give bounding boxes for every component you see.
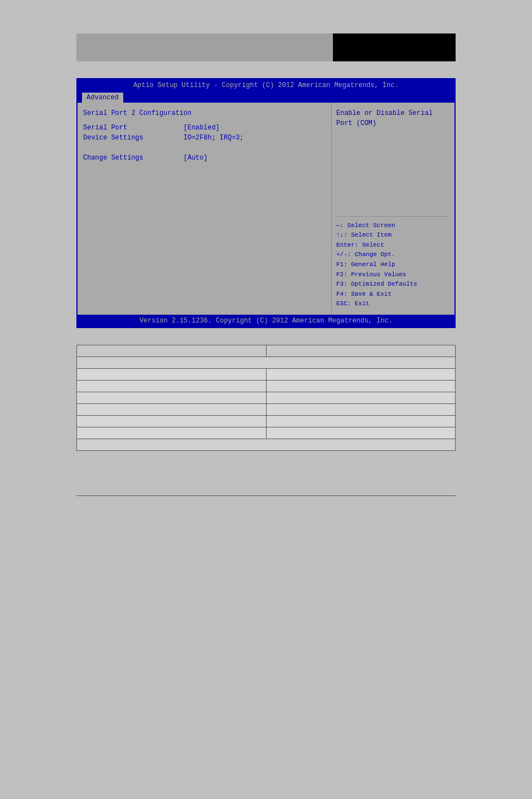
key-f4: F4: Save & Exit — [336, 290, 450, 300]
bios-row-change-settings: Change Settings [Auto] — [83, 154, 326, 162]
top-header — [76, 33, 456, 61]
label-serial-port: Serial Port — [83, 124, 183, 132]
bios-footer: Version 2.15.1236. Copyright (C) 2012 Am… — [78, 315, 454, 327]
lower-table-row-2 — [77, 381, 456, 392]
bottom-line — [76, 495, 456, 496]
lower-table-right-1 — [266, 369, 456, 381]
lower-table-header-row — [77, 345, 456, 357]
bios-divider — [336, 216, 450, 216]
key-select-item: ↑↓: Select Item — [336, 230, 450, 240]
bios-title-text: Aptio Setup Utility - Copyright (C) 2012… — [133, 81, 398, 89]
lower-table-left-1 — [77, 369, 267, 381]
bios-row-device-settings: Device Settings IO=2F8h; IRQ=3; — [83, 134, 326, 142]
lower-table-row-5 — [77, 416, 456, 427]
key-select-screen: ↔: Select Screen — [336, 221, 450, 231]
lower-table-left-2 — [77, 381, 267, 392]
key-f2: F2: Previous Values — [336, 270, 450, 280]
tab-advanced[interactable]: Advanced — [82, 93, 123, 103]
lower-table-wrap — [76, 345, 456, 451]
bios-right-panel: Enable or Disable Serial Port (COM) ↔: S… — [332, 103, 454, 315]
lower-table-left-3 — [77, 392, 267, 404]
lower-table-right-3 — [266, 392, 456, 404]
bios-footer-text: Version 2.15.1236. Copyright (C) 2012 Am… — [139, 317, 393, 325]
value-serial-port[interactable]: [Enabled] — [183, 124, 220, 132]
lower-table-row-6 — [77, 427, 456, 439]
lower-table — [76, 345, 456, 451]
lower-table-full-cell — [77, 357, 456, 369]
bios-row-serial-port: Serial Port [Enabled] — [83, 124, 326, 132]
lower-table-left-4 — [77, 404, 267, 416]
key-f3: F3: Optimized Defaults — [336, 280, 450, 290]
lower-table-right-5 — [266, 416, 456, 427]
key-esc: ESC: Exit — [336, 299, 450, 309]
key-enter-select: Enter: Select — [336, 240, 450, 251]
key-change-opt: +/-: Change Opt. — [336, 250, 450, 260]
label-change-settings: Change Settings — [83, 154, 183, 162]
lower-table-right-2 — [266, 381, 456, 392]
bios-screen: Aptio Setup Utility - Copyright (C) 2012… — [76, 78, 456, 328]
lower-table-left-5 — [77, 416, 267, 427]
lower-table-row-1 — [77, 369, 456, 381]
bios-help-text: Enable or Disable Serial Port (COM) — [336, 108, 450, 211]
label-device-settings: Device Settings — [83, 134, 183, 142]
bios-keys: ↔: Select Screen ↑↓: Select Item Enter: … — [336, 221, 450, 309]
value-device-settings: IO=2F8h; IRQ=3; — [183, 134, 244, 142]
lower-table-row-3 — [77, 392, 456, 404]
lower-table-bottom-cell — [77, 439, 456, 451]
bios-tab-bar: Advanced — [78, 92, 454, 103]
lower-table-right-6 — [266, 427, 456, 439]
lower-table-bottom-row — [77, 439, 456, 451]
section-title: Serial Port 2 Configuration — [83, 109, 326, 117]
key-f1: F1: General Help — [336, 260, 450, 270]
bios-row-spacer — [83, 144, 326, 152]
lower-table-header-left — [77, 345, 267, 357]
bios-left-panel: Serial Port 2 Configuration Serial Port … — [78, 103, 332, 315]
lower-table-header-right — [266, 345, 456, 357]
top-header-right — [333, 33, 456, 61]
bios-title-bar: Aptio Setup Utility - Copyright (C) 2012… — [78, 79, 454, 92]
lower-table-row-4 — [77, 404, 456, 416]
lower-table-left-6 — [77, 427, 267, 439]
bios-main-content: Serial Port 2 Configuration Serial Port … — [78, 103, 454, 315]
lower-table-full-row — [77, 357, 456, 369]
lower-table-right-4 — [266, 404, 456, 416]
top-header-left — [76, 33, 333, 61]
value-change-settings[interactable]: [Auto] — [183, 154, 207, 162]
